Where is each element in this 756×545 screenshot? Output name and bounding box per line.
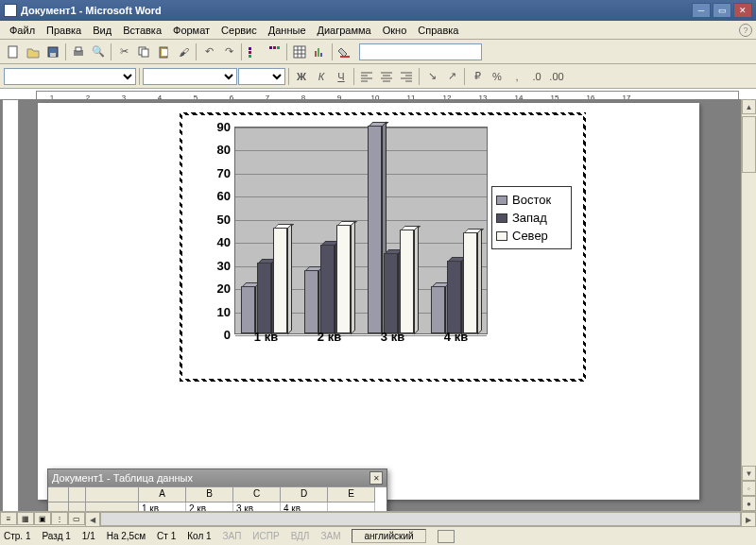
- percent-button[interactable]: %: [488, 67, 507, 86]
- chart-object[interactable]: 0102030405060708090 1 кв2 кв3 кв4 кв Вос…: [180, 112, 586, 382]
- col-header[interactable]: E: [328, 487, 375, 502]
- status-mode-trk[interactable]: ИСПР: [252, 531, 279, 541]
- fill-color-button[interactable]: [335, 43, 354, 61]
- data-sheet-titlebar[interactable]: Документ1 - Таблица данных ✕: [48, 469, 387, 486]
- undo-button[interactable]: ↶: [199, 43, 218, 61]
- legend-swatch: [496, 231, 507, 241]
- legend-item-east: Восток: [496, 191, 567, 209]
- data-sheet-close-button[interactable]: ✕: [369, 471, 383, 485]
- paste-button[interactable]: [154, 43, 173, 61]
- bar-Восток[interactable]: [431, 286, 445, 333]
- bar-Запад[interactable]: [257, 263, 271, 333]
- view-normal-button[interactable]: ≡: [0, 512, 17, 525]
- close-button[interactable]: ✕: [733, 3, 752, 18]
- scroll-left-button[interactable]: ◀: [85, 512, 100, 527]
- bar-Восток[interactable]: [368, 126, 382, 333]
- window-title: Документ1 - Microsoft Word: [21, 5, 692, 16]
- ruler-vertical[interactable]: [2, 99, 19, 526]
- increase-decimal-button[interactable]: .00: [547, 67, 566, 86]
- menu-view[interactable]: Вид: [87, 23, 117, 38]
- minimize-button[interactable]: ─: [692, 3, 711, 18]
- font-size-select[interactable]: [238, 68, 285, 85]
- menu-help[interactable]: Справка: [412, 23, 464, 38]
- scroll-right-button[interactable]: ▶: [741, 512, 756, 527]
- svg-rect-4: [76, 47, 81, 51]
- browse-object-button[interactable]: ●: [742, 496, 756, 511]
- chart-by-row-button[interactable]: [245, 43, 264, 61]
- bar-Восток[interactable]: [304, 270, 318, 333]
- scroll-thumb[interactable]: [742, 116, 756, 173]
- chart-by-col-button[interactable]: [265, 43, 284, 61]
- align-left-button[interactable]: [357, 67, 376, 86]
- y-tick-label: 10: [217, 304, 231, 318]
- align-right-button[interactable]: [397, 67, 416, 86]
- bar-Север[interactable]: [463, 232, 477, 333]
- save-button[interactable]: [43, 43, 62, 61]
- status-page: Стр. 1: [4, 531, 30, 541]
- copy-button[interactable]: [134, 43, 153, 61]
- maximize-button[interactable]: ▭: [713, 3, 731, 18]
- menu-data[interactable]: Данные: [263, 23, 312, 38]
- print-preview-button[interactable]: 🔍: [89, 43, 108, 61]
- bold-button[interactable]: Ж: [292, 67, 311, 86]
- chart-toggle-button[interactable]: [310, 43, 329, 61]
- help-search-input[interactable]: [359, 43, 482, 60]
- comma-button[interactable]: ,: [507, 67, 526, 86]
- menu-window[interactable]: Окно: [377, 23, 413, 38]
- view-reading-button[interactable]: ▭: [68, 512, 85, 525]
- data-table-button[interactable]: [290, 43, 309, 61]
- italic-button[interactable]: К: [312, 67, 331, 86]
- menu-insert[interactable]: Вставка: [117, 23, 167, 38]
- prev-page-button[interactable]: ◦: [742, 481, 756, 496]
- decrease-decimal-button[interactable]: .0: [527, 67, 546, 86]
- statusbar: Стр. 1 Разд 1 1/1 На 2,5см Ст 1 Кол 1 ЗА…: [0, 526, 756, 545]
- view-print-button[interactable]: ▣: [34, 512, 51, 525]
- bar-Запад[interactable]: [384, 253, 398, 333]
- bar-Запад[interactable]: [447, 261, 461, 333]
- format-painter-button[interactable]: 🖌: [174, 43, 193, 61]
- cut-button[interactable]: ✂: [114, 43, 133, 61]
- col-header[interactable]: D: [281, 487, 328, 502]
- bar-Восток[interactable]: [241, 286, 255, 333]
- currency-button[interactable]: ₽: [468, 67, 487, 86]
- titlebar: Документ1 - Microsoft Word ─ ▭ ✕: [0, 0, 756, 21]
- redo-button[interactable]: ↷: [219, 43, 238, 61]
- chart-plot-area[interactable]: [234, 127, 488, 334]
- bar-Север[interactable]: [400, 230, 414, 333]
- col-header[interactable]: A: [139, 487, 186, 502]
- help-icon[interactable]: ?: [739, 24, 752, 37]
- underline-button[interactable]: Ч: [332, 67, 351, 86]
- status-mode-ovr[interactable]: ЗАМ: [320, 531, 340, 541]
- view-web-button[interactable]: ▦: [17, 512, 34, 525]
- menu-edit[interactable]: Правка: [41, 23, 87, 38]
- status-mode-rec[interactable]: ЗАП: [223, 531, 242, 541]
- menu-file[interactable]: Файл: [4, 23, 41, 38]
- scrollbar-horizontal[interactable]: ≡ ▦ ▣ ⋮ ▭ ◀ ▶: [0, 511, 756, 526]
- svg-rect-9: [249, 47, 251, 50]
- scroll-up-button[interactable]: ▲: [742, 99, 756, 114]
- col-header[interactable]: B: [186, 487, 233, 502]
- legend-swatch: [496, 213, 507, 223]
- font-name-select[interactable]: [143, 68, 237, 85]
- scroll-down-button[interactable]: ▼: [742, 466, 756, 481]
- bar-Север[interactable]: [336, 225, 351, 333]
- bar-Запад[interactable]: [320, 245, 335, 333]
- align-center-button[interactable]: [377, 67, 396, 86]
- col-header[interactable]: C: [233, 487, 281, 502]
- angle-text-down-button[interactable]: ↘: [422, 67, 441, 86]
- open-button[interactable]: [24, 43, 43, 61]
- angle-text-up-button[interactable]: ↗: [442, 67, 461, 86]
- new-button[interactable]: [4, 43, 23, 61]
- status-mode-ext[interactable]: ВДЛ: [291, 531, 310, 541]
- print-button[interactable]: [69, 43, 88, 61]
- scrollbar-vertical[interactable]: ▲ ▼ ◦ ● ◦: [741, 99, 756, 526]
- status-language[interactable]: английский: [352, 529, 425, 543]
- bar-Север[interactable]: [273, 228, 287, 333]
- menu-format[interactable]: Формат: [167, 23, 215, 38]
- spellcheck-icon[interactable]: [438, 530, 455, 543]
- chart-area-select[interactable]: [4, 68, 136, 85]
- menu-tools[interactable]: Сервис: [215, 23, 263, 38]
- chart-legend[interactable]: Восток Запад Север: [491, 186, 572, 249]
- view-outline-button[interactable]: ⋮: [51, 512, 68, 525]
- menu-chart[interactable]: Диаграмма: [312, 23, 377, 38]
